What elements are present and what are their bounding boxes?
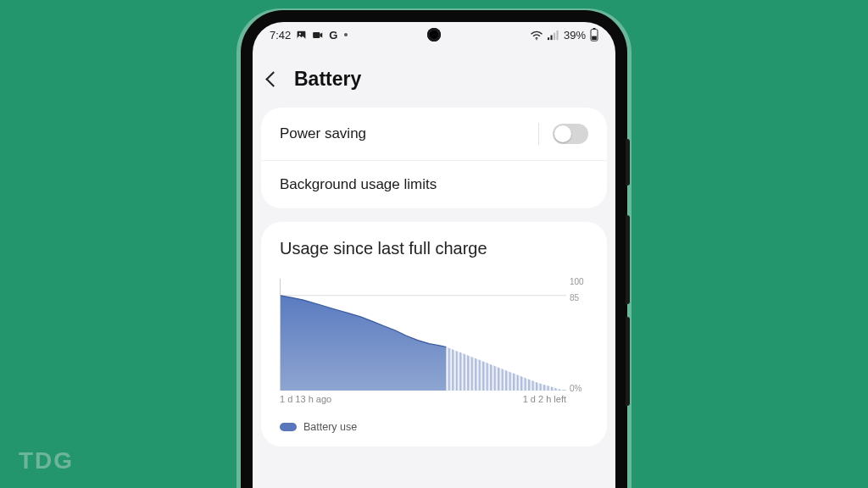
- usage-title: Usage since last full charge: [261, 222, 607, 267]
- settings-card: Power saving Background usage limits: [261, 108, 607, 208]
- x-end-label: 1 d 2 h left: [523, 394, 566, 404]
- usage-card: Usage since last full charge 100 85 0% 1…: [261, 222, 607, 446]
- status-time: 7:42: [270, 29, 291, 42]
- power-saving-row[interactable]: Power saving: [261, 108, 607, 160]
- chart-legend: Battery use: [261, 409, 607, 433]
- legend-label-battery: Battery use: [303, 421, 357, 433]
- phone-screen: 7:42 G 39% Battery Power saving: [253, 22, 615, 488]
- chart-x-axis: 1 d 13 h ago 1 d 2 h left: [280, 394, 588, 404]
- front-camera: [427, 28, 441, 42]
- divider: [538, 123, 539, 145]
- side-button: [626, 139, 630, 186]
- chart-y-axis: 100 85 0%: [566, 279, 588, 391]
- svg-rect-10: [592, 36, 597, 40]
- google-icon: G: [329, 29, 337, 42]
- svg-point-3: [536, 39, 537, 40]
- svg-rect-6: [554, 32, 555, 39]
- legend-swatch-battery: [280, 423, 297, 431]
- y-tick-top: 100: [570, 276, 584, 286]
- background-usage-limits-row[interactable]: Background usage limits: [261, 160, 607, 208]
- phone-frame: 7:42 G 39% Battery Power saving: [242, 12, 626, 488]
- signal-icon: [548, 30, 559, 41]
- gallery-icon: [296, 30, 307, 41]
- power-saving-label: Power saving: [280, 125, 366, 142]
- volume-down-button: [626, 317, 630, 406]
- svg-rect-4: [548, 37, 549, 40]
- x-start-label: 1 d 13 h ago: [280, 394, 331, 404]
- svg-rect-9: [593, 28, 595, 30]
- page-title: Battery: [294, 68, 361, 91]
- status-battery-pct: 39%: [564, 29, 586, 42]
- svg-rect-5: [550, 35, 552, 40]
- svg-point-1: [299, 32, 301, 34]
- battery-icon: [590, 28, 598, 42]
- watermark-logo: TDG: [19, 447, 74, 474]
- video-icon: [312, 30, 324, 41]
- background-usage-limits-label: Background usage limits: [280, 176, 437, 193]
- y-tick-bottom: 0%: [570, 384, 581, 393]
- power-saving-toggle[interactable]: [553, 124, 588, 144]
- svg-rect-7: [556, 30, 558, 39]
- back-button[interactable]: [265, 71, 281, 86]
- svg-rect-2: [313, 32, 320, 38]
- volume-up-button: [626, 215, 630, 304]
- page-header: Battery: [253, 47, 615, 108]
- battery-chart[interactable]: 100 85 0% 1 d 13 h ago 1 d 2 h left: [261, 267, 607, 409]
- y-tick-current: 85: [570, 293, 579, 302]
- wifi-icon: [530, 30, 543, 41]
- more-notifications-dot: [344, 33, 348, 36]
